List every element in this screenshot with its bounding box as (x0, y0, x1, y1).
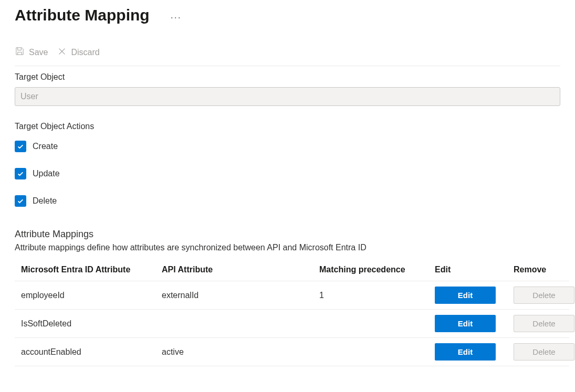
cell-entra-attribute: IsSoftDeleted (15, 310, 155, 338)
cell-matching-precedence (313, 338, 428, 366)
delete-button[interactable]: Delete (514, 315, 574, 332)
cell-matching-precedence (313, 310, 428, 338)
cell-api-attribute: active (155, 338, 313, 366)
col-header-edit: Edit (428, 260, 507, 281)
discard-button[interactable]: Discard (57, 47, 99, 58)
checkbox-label: Update (33, 169, 60, 178)
cell-entra-attribute: employeeId (15, 281, 155, 310)
edit-button[interactable]: Edit (435, 343, 496, 361)
col-header-matching[interactable]: Matching precedence (313, 260, 428, 281)
target-object-input[interactable] (15, 87, 560, 106)
cell-entra-attribute: accountEnabled (15, 338, 155, 366)
table-row: employeeId externalId 1 Edit Delete (15, 281, 569, 310)
attribute-mappings-table: Microsoft Entra ID Attribute API Attribu… (15, 260, 569, 366)
command-bar: Save Discard (15, 41, 560, 65)
delete-button[interactable]: Delete (514, 287, 574, 304)
page-header: Attribute Mapping ··· (15, 6, 560, 24)
toolbar-divider (15, 66, 560, 66)
more-actions-button[interactable]: ··· (168, 10, 185, 25)
col-header-remove: Remove (507, 260, 569, 281)
col-header-api[interactable]: API Attribute (155, 260, 313, 281)
table-header-row: Microsoft Entra ID Attribute API Attribu… (15, 260, 569, 281)
save-label: Save (29, 48, 48, 57)
checkbox-checked-icon[interactable] (15, 168, 26, 179)
target-object-actions-label: Target Object Actions (15, 122, 560, 131)
checkbox-checked-icon[interactable] (15, 141, 26, 152)
table-row: IsSoftDeleted Edit Delete (15, 310, 569, 338)
cell-api-attribute (155, 310, 313, 338)
checkbox-label: Delete (33, 196, 57, 206)
cell-matching-precedence: 1 (313, 281, 428, 310)
delete-button[interactable]: Delete (514, 343, 574, 361)
save-icon (15, 46, 25, 58)
edit-button[interactable]: Edit (435, 315, 496, 332)
checkbox-checked-icon[interactable] (15, 195, 26, 207)
attribute-mappings-heading: Attribute Mappings (15, 229, 560, 240)
action-checkbox-update[interactable]: Update (15, 168, 560, 179)
target-object-label: Target Object (15, 72, 560, 82)
cell-api-attribute: externalId (155, 281, 313, 310)
close-icon (57, 47, 67, 58)
edit-button[interactable]: Edit (435, 287, 496, 304)
page-title: Attribute Mapping (15, 6, 150, 24)
checkbox-label: Create (33, 142, 58, 151)
discard-label: Discard (71, 48, 99, 57)
attribute-mappings-description: Attribute mappings define how attributes… (15, 243, 560, 252)
col-header-entra[interactable]: Microsoft Entra ID Attribute (15, 260, 155, 281)
save-button[interactable]: Save (15, 46, 48, 58)
table-row: accountEnabled active Edit Delete (15, 338, 569, 366)
action-checkbox-delete[interactable]: Delete (15, 195, 560, 207)
action-checkbox-create[interactable]: Create (15, 141, 560, 152)
